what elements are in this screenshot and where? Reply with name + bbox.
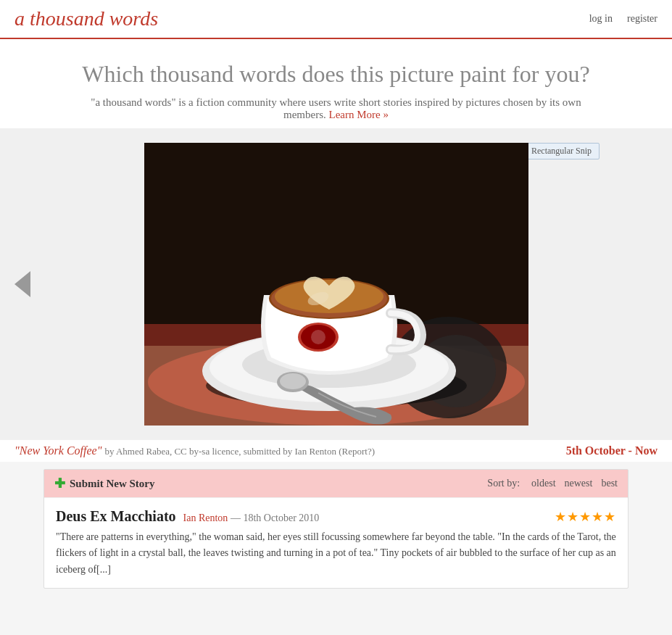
story-item: Deus Ex Macchiato Ian Renton — 18th Octo… xyxy=(44,497,628,588)
story-title-area: Deus Ex Macchiato Ian Renton — 18th Octo… xyxy=(56,508,319,525)
svg-point-16 xyxy=(311,330,325,344)
main-image-svg xyxy=(144,143,528,426)
site-header: a thousand words log in register xyxy=(0,0,672,39)
story-date: 18th October 2010 xyxy=(243,512,319,523)
submitter-link[interactable]: Ian Renton xyxy=(295,446,336,457)
login-link[interactable]: log in xyxy=(589,13,613,25)
hero-section: Which thousand words does this picture p… xyxy=(0,39,672,128)
plus-icon: ✚ xyxy=(54,476,65,491)
submit-label: Submit New Story xyxy=(70,478,155,490)
sort-label: Sort by: xyxy=(487,478,520,489)
caption-bar: "New York Coffee" by Ahmed Rabea, CC by-… xyxy=(0,440,672,462)
sort-oldest[interactable]: oldest xyxy=(531,478,555,489)
main-image-container xyxy=(144,143,528,426)
site-title[interactable]: a thousand words xyxy=(14,7,158,30)
hero-description: "a thousand words" is a fiction communit… xyxy=(83,96,590,121)
image-date: 5th October - Now xyxy=(566,444,658,457)
stories-section: ✚ Submit New Story Sort by: oldest newes… xyxy=(43,469,629,589)
sort-newest[interactable]: newest xyxy=(565,478,593,489)
report-link[interactable]: (Report?) xyxy=(339,446,375,457)
image-title-group: "New York Coffee" by Ahmed Rabea, CC by-… xyxy=(14,444,375,457)
story-stars: ★★★★★ xyxy=(555,509,616,525)
site-title-text: a thousand words xyxy=(14,7,158,30)
site-title-link[interactable]: a thousand words xyxy=(14,7,158,30)
header-nav: log in register xyxy=(589,13,658,25)
story-author: Ian Renton — 18th October 2010 xyxy=(183,512,320,524)
hero-heading: Which thousand words does this picture p… xyxy=(29,61,643,88)
story-title: Deus Ex Macchiato xyxy=(56,508,176,525)
story-header: Deus Ex Macchiato Ian Renton — 18th Octo… xyxy=(56,508,616,525)
image-meta-text: by Ahmed Rabea, CC by-sa licence, submit… xyxy=(104,446,294,457)
story-excerpt: "There are patterns in everything," the … xyxy=(56,529,616,578)
stories-header: ✚ Submit New Story Sort by: oldest newes… xyxy=(44,470,628,497)
image-meta: by Ahmed Rabea, CC by-sa licence, submit… xyxy=(104,446,375,457)
story-date-separator: — xyxy=(231,512,244,523)
prev-arrow[interactable] xyxy=(14,271,30,297)
register-link[interactable]: register xyxy=(627,13,658,25)
submit-new-story-button[interactable]: ✚ Submit New Story xyxy=(54,476,155,491)
svg-point-18 xyxy=(280,373,306,389)
sort-best[interactable]: best xyxy=(601,478,618,489)
learn-more-link[interactable]: Learn More » xyxy=(329,109,389,120)
snip-label: Rectangular Snip xyxy=(531,146,592,157)
image-title: "New York Coffee" xyxy=(14,444,101,457)
image-section: Rectangular Snip xyxy=(0,128,672,440)
story-author-link[interactable]: Ian Renton xyxy=(183,512,228,523)
sort-controls: Sort by: oldest newest best xyxy=(487,478,618,489)
